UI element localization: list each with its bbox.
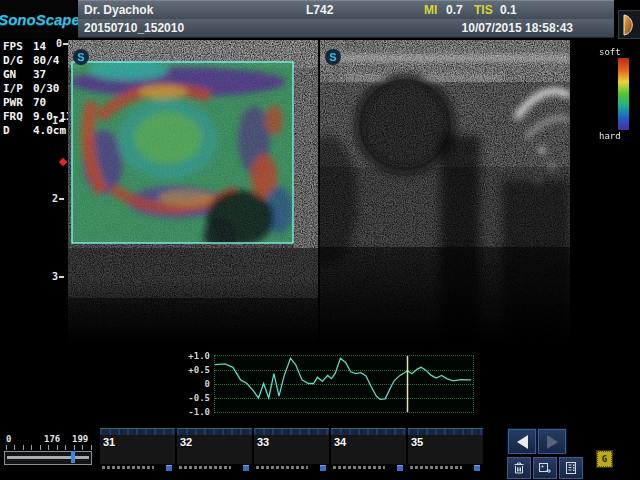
thumbnail-disk-icon	[166, 465, 172, 471]
cine-slider-track[interactable]	[4, 451, 92, 465]
depth-mark-0: 0	[56, 38, 68, 49]
cine-tick-marks	[6, 445, 92, 450]
thumbnail-header	[254, 428, 329, 435]
grayscale-mode-badge: G	[597, 451, 612, 467]
graph-tick-m05: -0.5	[180, 393, 210, 403]
thumbnail-image: 33	[254, 435, 329, 464]
thumbnail-disk-icon	[474, 465, 480, 471]
thumbnail-image: 31	[100, 435, 175, 464]
report-list-button[interactable]	[559, 457, 583, 479]
thumbnail-number: 33	[257, 436, 269, 448]
thumbnail-32[interactable]: 32	[177, 428, 252, 471]
physician-name: Dr. Dyachok	[84, 3, 153, 17]
bmode-image-panel: S	[320, 40, 570, 345]
strain-curve-graph	[214, 355, 474, 413]
next-page-button[interactable]	[538, 429, 566, 454]
thumbnail-34[interactable]: 34	[331, 428, 406, 471]
mi-value: 0.7	[446, 3, 463, 17]
graph-tick-p05: +0.5	[180, 365, 210, 375]
image-tools	[507, 457, 585, 479]
thumbnail-caption	[100, 464, 175, 471]
thumbnail-number: 32	[180, 436, 192, 448]
thumbnail-image: 35	[408, 435, 483, 464]
cine-slider-fill	[7, 456, 89, 459]
s-logo-icon: S	[73, 49, 89, 65]
thumbnail-image: 32	[177, 435, 252, 464]
graph-tick-p10: +1.0	[180, 351, 210, 361]
thumbnail-nav-panel	[507, 428, 567, 453]
header-row-2: 20150710_152010 10/07/2015 18:58:43	[78, 19, 614, 38]
delete-image-button[interactable]	[507, 457, 531, 479]
report-list-icon	[564, 461, 578, 475]
depth-mark-3: 3	[52, 271, 64, 282]
cine-tick-176: 176	[44, 434, 60, 444]
header-row-1: Dr. Dyachok L742 MI 0.7 TIS 0.1	[78, 0, 614, 20]
thumbnail-header	[331, 428, 406, 435]
thumbnail-strip: 31 32 33 34 35	[100, 428, 485, 471]
depth-mark-2: 2	[52, 193, 64, 204]
probe-model: L742	[306, 3, 333, 17]
thumbnail-header	[408, 428, 483, 435]
tis-value: 0.1	[500, 3, 517, 17]
thumbnail-number: 31	[103, 436, 115, 448]
ultrasound-screen: SonoScape Dr. Dyachok L742 MI 0.7 TIS 0.…	[0, 0, 640, 480]
elasto-color-scale	[618, 58, 629, 130]
thumbnail-caption	[177, 464, 252, 471]
graph-tick-0: 0	[180, 379, 210, 389]
thumbnail-number: 35	[411, 436, 423, 448]
cine-tick-0: 0	[6, 434, 11, 444]
s-logo-icon: S	[325, 49, 341, 65]
mi-label: MI	[424, 3, 437, 17]
thumbnail-caption	[408, 464, 483, 471]
tis-label: TIS	[474, 3, 493, 17]
thumbnail-caption	[254, 464, 329, 471]
export-image-button[interactable]	[533, 457, 557, 479]
prev-page-button[interactable]	[508, 429, 536, 454]
svg-text:S: S	[77, 51, 84, 63]
thumbnail-disk-icon	[320, 465, 326, 471]
thumbnail-header	[177, 428, 252, 435]
depth-mark-1: 1	[52, 115, 64, 126]
sector-probe-icon	[621, 13, 639, 37]
thumbnail-image: 34	[331, 435, 406, 464]
thumbnail-35[interactable]: 35	[408, 428, 483, 471]
focus-position-marker[interactable]	[59, 158, 67, 166]
trash-icon	[512, 461, 526, 475]
strain-curve-svg	[215, 356, 471, 412]
arrow-left-icon	[517, 435, 528, 449]
cine-tick-199: 199	[72, 434, 88, 444]
thumbnail-disk-icon	[243, 465, 249, 471]
elasto-scale-soft-label: soft	[599, 47, 621, 57]
cine-slider-thumb[interactable]	[71, 451, 75, 463]
graph-tick-m10: -1.0	[180, 407, 210, 417]
elastography-image-panel: S	[68, 40, 318, 345]
elasto-scale-hard-label: hard	[599, 131, 621, 141]
brand-name: SonoScape	[0, 11, 80, 28]
cine-loop-slider: 0 176 199	[4, 434, 94, 468]
thumbnail-header	[100, 428, 175, 435]
image-export-icon	[538, 461, 552, 475]
exam-id: 20150710_152010	[84, 21, 184, 35]
thumbnail-33[interactable]: 33	[254, 428, 329, 471]
arrow-right-icon	[547, 435, 558, 449]
thumbnail-31[interactable]: 31	[100, 428, 175, 471]
brand-logo: SonoScape	[0, 0, 78, 38]
probe-select-button[interactable]	[618, 10, 640, 39]
thumbnail-disk-icon	[397, 465, 403, 471]
thumbnail-caption	[331, 464, 406, 471]
thumbnail-number: 34	[334, 436, 346, 448]
datetime: 10/07/2015 18:58:43	[462, 21, 573, 35]
strain-curve	[215, 358, 471, 399]
svg-text:S: S	[329, 51, 336, 63]
